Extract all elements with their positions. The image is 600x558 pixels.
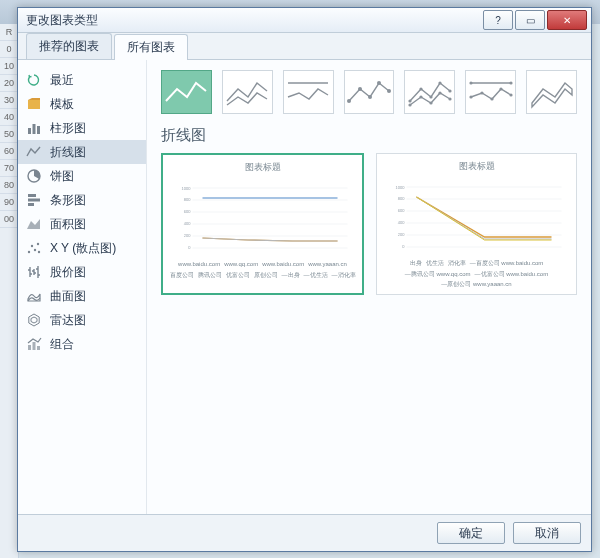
ok-button[interactable]: 确定	[437, 522, 505, 544]
svg-point-8	[31, 245, 33, 247]
svg-point-37	[419, 95, 422, 98]
category-item-label: 柱形图	[50, 120, 86, 137]
category-item-radar[interactable]: 雷达图	[18, 308, 146, 332]
subtype-100pct-stacked-line[interactable]	[283, 70, 334, 114]
chart-preview-1-legend: www.baidu.comwww.qq.comwww.baidu.comwww.…	[169, 261, 356, 278]
category-item-surface[interactable]: 曲面图	[18, 284, 146, 308]
svg-point-46	[499, 87, 502, 90]
category-item-stock[interactable]: 股价图	[18, 260, 146, 284]
category-item-label: 组合	[50, 336, 74, 353]
subtype-line-markers[interactable]	[344, 70, 395, 114]
svg-point-29	[377, 81, 381, 85]
column-icon	[26, 120, 42, 136]
category-item-combo[interactable]: 组合	[18, 332, 146, 356]
svg-rect-4	[28, 194, 36, 197]
subtype-100pct-stacked-line-markers[interactable]	[465, 70, 516, 114]
close-button[interactable]: ✕	[547, 10, 587, 30]
radar-icon	[26, 312, 42, 328]
svg-text:800: 800	[398, 196, 405, 201]
svg-rect-0	[28, 128, 31, 134]
combo-icon	[26, 336, 42, 352]
subtype-3d-line[interactable]	[526, 70, 577, 114]
svg-point-32	[419, 87, 422, 90]
svg-text:600: 600	[184, 209, 191, 214]
category-item-area[interactable]: 面积图	[18, 212, 146, 236]
chart-preview-2[interactable]: 图表标题 02004006008001000 出	[376, 153, 577, 295]
svg-point-30	[387, 89, 391, 93]
svg-point-26	[347, 99, 351, 103]
stock-icon	[26, 264, 42, 280]
recent-icon	[26, 72, 42, 88]
svg-text:0: 0	[188, 245, 191, 250]
dialog-footer: 确定 取消	[18, 514, 591, 551]
category-item-label: 面积图	[50, 216, 86, 233]
category-item-bar[interactable]: 条形图	[18, 188, 146, 212]
chart-preview-1[interactable]: 图表标题 02004006008001000 w	[161, 153, 364, 295]
svg-text:0: 0	[402, 244, 405, 249]
svg-point-40	[448, 97, 451, 100]
tab-all-charts[interactable]: 所有图表	[114, 34, 188, 60]
svg-marker-22	[31, 317, 37, 323]
surface-icon	[26, 288, 42, 304]
svg-rect-5	[28, 199, 40, 202]
svg-point-47	[509, 93, 512, 96]
svg-rect-25	[37, 346, 40, 350]
chart-preview-1-plot: 02004006008001000	[169, 178, 356, 258]
change-chart-type-dialog: 更改图表类型 ? ▭ ✕ 推荐的图表 所有图表 最近模板柱形图折线图饼图条形图面…	[17, 7, 592, 552]
app-background: R010203040506070809000 更改图表类型 ? ▭ ✕ 推荐的图…	[0, 0, 600, 558]
svg-text:800: 800	[184, 197, 191, 202]
svg-point-38	[429, 101, 432, 104]
svg-text:400: 400	[184, 221, 191, 226]
template-icon	[26, 96, 42, 112]
subtype-stacked-line-markers[interactable]	[404, 70, 455, 114]
category-item-scatter[interactable]: X Y (散点图)	[18, 236, 146, 260]
category-item-pie[interactable]: 饼图	[18, 164, 146, 188]
category-item-recent[interactable]: 最近	[18, 68, 146, 92]
svg-rect-23	[28, 345, 31, 350]
subtype-line[interactable]	[161, 70, 212, 114]
category-item-line[interactable]: 折线图	[18, 140, 146, 164]
dialog-tabstrip: 推荐的图表 所有图表	[18, 33, 591, 60]
svg-text:400: 400	[398, 220, 405, 225]
chart-preview-1-title: 图表标题	[169, 161, 356, 174]
svg-point-39	[438, 91, 441, 94]
category-item-label: 曲面图	[50, 288, 86, 305]
svg-rect-1	[33, 124, 36, 134]
help-button[interactable]: ?	[483, 10, 513, 30]
pie-icon	[26, 168, 42, 184]
category-item-label: 雷达图	[50, 312, 86, 329]
tab-recommended[interactable]: 推荐的图表	[26, 33, 112, 59]
category-item-label: 最近	[50, 72, 74, 89]
category-item-template[interactable]: 模板	[18, 92, 146, 116]
category-item-column[interactable]: 柱形图	[18, 116, 146, 140]
svg-point-11	[38, 251, 40, 253]
svg-point-44	[480, 91, 483, 94]
chart-subtype-row	[161, 70, 577, 114]
svg-point-41	[469, 81, 472, 84]
svg-point-45	[490, 97, 493, 100]
bar-icon	[26, 192, 42, 208]
svg-point-7	[28, 251, 30, 253]
svg-rect-6	[28, 203, 34, 206]
svg-point-9	[34, 249, 36, 251]
svg-rect-2	[37, 126, 40, 134]
cancel-button[interactable]: 取消	[513, 522, 581, 544]
svg-point-42	[509, 81, 512, 84]
chart-preview-2-title: 图表标题	[383, 160, 570, 173]
dialog-titlebar: 更改图表类型 ? ▭ ✕	[18, 8, 591, 33]
line-icon	[26, 144, 42, 160]
svg-point-10	[37, 243, 39, 245]
chart-preview-2-plot: 02004006008001000	[383, 177, 570, 257]
category-item-label: X Y (散点图)	[50, 240, 116, 257]
svg-point-31	[408, 99, 411, 102]
subtype-stacked-line[interactable]	[222, 70, 273, 114]
area-icon	[26, 216, 42, 232]
svg-rect-24	[33, 342, 36, 350]
category-item-label: 模板	[50, 96, 74, 113]
svg-point-33	[429, 95, 432, 98]
category-item-label: 条形图	[50, 192, 86, 209]
svg-point-28	[368, 95, 372, 99]
chart-category-list: 最近模板柱形图折线图饼图条形图面积图X Y (散点图)股价图曲面图雷达图组合	[18, 60, 147, 514]
svg-marker-21	[29, 314, 39, 326]
maximize-button[interactable]: ▭	[515, 10, 545, 30]
